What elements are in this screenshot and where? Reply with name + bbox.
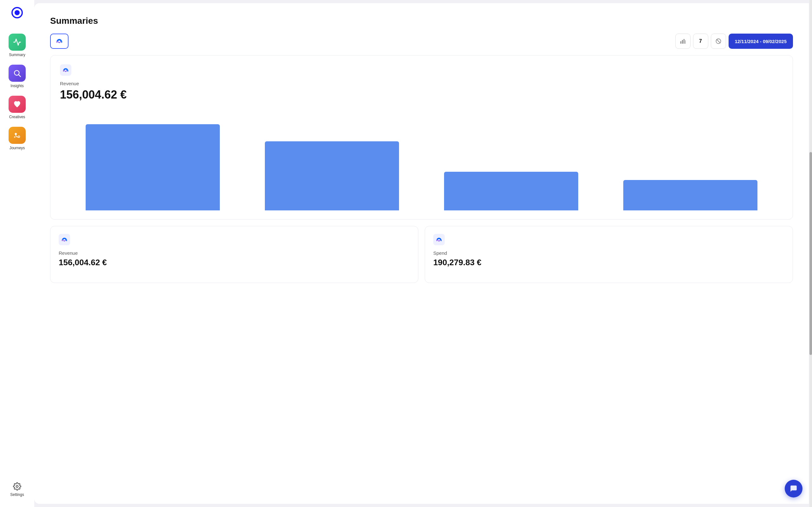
journeys-icon-wrapper: [9, 127, 26, 144]
svg-point-1: [14, 10, 20, 15]
main-content: Summaries 7: [34, 3, 809, 504]
sidebar-item-summary[interactable]: Summary: [0, 30, 34, 61]
card-revenue-value: 156,004.62 €: [60, 88, 783, 101]
creatives-icon-wrapper: [9, 96, 26, 113]
svg-point-5: [18, 136, 20, 137]
chart-bar: [265, 141, 399, 210]
chart-bar: [444, 172, 578, 210]
bar-group: [63, 109, 242, 210]
bar-group: [242, 109, 421, 210]
sidebar-label-summary: Summary: [9, 53, 25, 57]
chart-bar: [86, 124, 220, 210]
svg-point-4: [14, 133, 17, 135]
number-filter-button[interactable]: 7: [693, 34, 708, 49]
bottom-card-revenue-value: 156,004.62 €: [59, 258, 410, 268]
chat-button[interactable]: [785, 480, 803, 498]
bottom-card-revenue-label: Revenue: [59, 250, 410, 256]
bottom-card-revenue: Revenue 156,004.62 €: [50, 226, 418, 283]
scrollbar-track[interactable]: [809, 0, 812, 507]
chart-bar: [623, 180, 758, 210]
app-logo[interactable]: [11, 6, 23, 20]
chart-view-button[interactable]: [675, 34, 691, 49]
bottom-card-spend-badge: [433, 234, 445, 245]
sidebar-item-creatives[interactable]: Creatives: [0, 92, 34, 123]
sidebar: Summary Insights Creatives Journ: [0, 0, 34, 507]
svg-point-6: [14, 136, 15, 137]
bottom-card-revenue-badge: [59, 234, 70, 245]
card-platform-badge: [60, 64, 71, 76]
bar-group: [601, 109, 780, 210]
svg-rect-8: [680, 41, 681, 44]
sidebar-item-settings[interactable]: Settings: [7, 478, 27, 501]
page-title: Summaries: [50, 16, 793, 26]
sidebar-label-creatives: Creatives: [9, 115, 26, 119]
revenue-bar-chart: [60, 109, 783, 210]
svg-line-13: [716, 40, 720, 43]
bottom-card-spend: Spend 190,279.83 €: [425, 226, 793, 283]
sidebar-item-insights[interactable]: Insights: [0, 61, 34, 92]
summary-icon-wrapper: [9, 34, 26, 51]
card-revenue-label: Revenue: [60, 81, 783, 86]
toolbar: 7 12/11/2024 - 09/02/2025: [50, 34, 793, 49]
date-range-button[interactable]: 12/11/2024 - 09/02/2025: [728, 34, 793, 49]
sidebar-label-insights: Insights: [10, 83, 23, 88]
sidebar-item-journeys[interactable]: Journeys: [0, 123, 34, 154]
sidebar-label-journeys: Journeys: [9, 146, 25, 150]
revenue-chart-card: Revenue 156,004.62 €: [50, 55, 793, 220]
exclude-button[interactable]: [711, 34, 726, 49]
svg-point-7: [16, 486, 18, 488]
scrollbar-thumb[interactable]: [809, 152, 812, 355]
sidebar-label-settings: Settings: [10, 493, 24, 497]
bottom-cards-row: Revenue 156,004.62 € Spend 190,279.83 €: [50, 226, 793, 283]
bar-group: [421, 109, 601, 210]
insights-icon-wrapper: [9, 65, 26, 82]
svg-rect-9: [682, 40, 683, 44]
svg-line-3: [19, 75, 20, 77]
bottom-card-spend-label: Spend: [433, 250, 784, 256]
bottom-card-spend-value: 190,279.83 €: [433, 258, 784, 268]
svg-rect-11: [685, 40, 686, 44]
svg-rect-10: [683, 39, 684, 44]
platform-filter-button[interactable]: [50, 34, 68, 49]
